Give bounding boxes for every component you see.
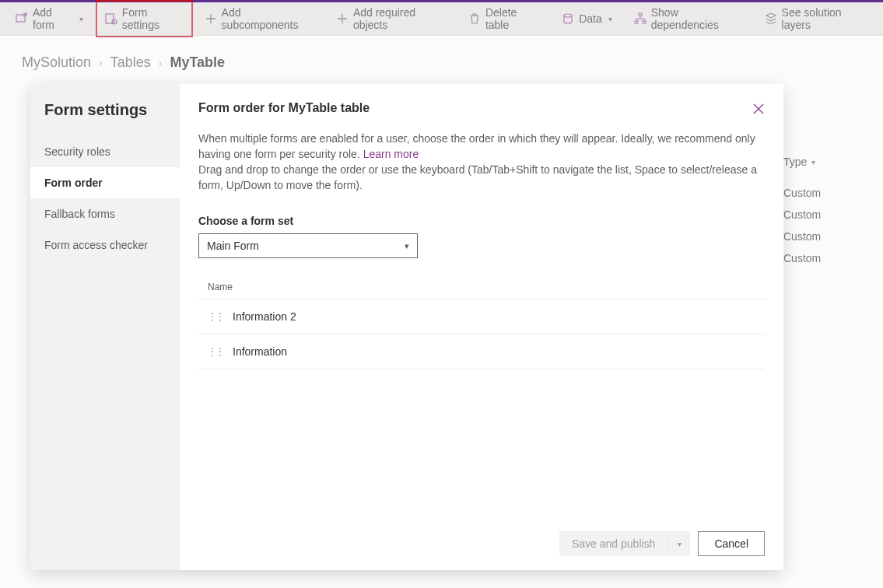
form-order-row[interactable]: ⋮⋮ Information [198,334,765,369]
see-solution-layers-label: See solution layers [782,6,867,31]
form-name: Information 2 [233,310,296,323]
table-row: Custom [783,252,869,264]
breadcrumb-current: MyTable [170,54,225,71]
chevron-down-icon: ▾ [405,241,409,251]
breadcrumb-tables[interactable]: Tables [110,54,151,71]
formset-value: Main Form [207,240,259,252]
table-row: Custom [783,208,869,221]
plus-icon [205,12,217,25]
add-required-button[interactable]: Add required objects [328,0,457,37]
sidebar-item-form-access-checker[interactable]: Form access checker [30,229,180,261]
add-subcomponents-button[interactable]: Add subcomponents [196,0,324,37]
sidebar-item-fallback-forms[interactable]: Fallback forms [30,198,180,229]
dialog-sidebar-title: Form settings [30,101,180,136]
dialog-description: When multiple forms are enabled for a us… [198,131,759,193]
add-form-label: Add form [33,6,73,31]
drag-handle-icon[interactable]: ⋮⋮ [208,346,223,357]
dialog-desc-text1: When multiple forms are enabled for a us… [198,132,755,160]
dialog-sidebar: Form settings Security roles Form order … [30,84,180,570]
form-name: Information [233,345,287,358]
chevron-down-icon: ▾ [608,15,612,23]
dialog-main: Form order for MyTable table When multip… [180,84,783,570]
command-toolbar: Add form ▾ Form settings Add subcomponen… [0,2,883,36]
formset-select[interactable]: Main Form ▾ [198,233,418,258]
sidebar-item-security-roles[interactable]: Security roles [30,136,180,167]
chevron-down-icon: ▾ [811,158,815,166]
chevron-down-icon: ▾ [79,15,83,23]
learn-more-link[interactable]: Learn more [363,148,419,160]
form-settings-dialog: Form settings Security roles Form order … [30,84,783,570]
form-order-row[interactable]: ⋮⋮ Information 2 [198,299,765,334]
formset-label: Choose a form set [198,215,765,227]
svg-rect-7 [643,21,646,23]
close-icon [753,103,764,114]
svg-rect-6 [635,21,638,23]
breadcrumb-root[interactable]: MySolution [22,54,91,71]
table-row: Custom [783,187,869,199]
svg-point-4 [564,14,572,17]
show-dependencies-label: Show dependencies [651,6,743,31]
background-type-column: Type ▾ Custom Custom Custom Custom [783,156,869,264]
form-settings-label: Form settings [122,6,184,31]
add-form-button[interactable]: Add form ▾ [6,0,93,37]
see-solution-layers-button[interactable]: See solution layers [755,0,877,37]
cancel-button[interactable]: Cancel [698,531,765,556]
form-settings-button[interactable]: Form settings [96,0,193,37]
plus-icon [337,12,349,25]
form-list-header: Name [198,275,765,299]
sidebar-item-form-order[interactable]: Form order [30,167,180,198]
chevron-down-icon: ▾ [668,540,690,548]
save-publish-label: Save and publish [559,537,668,550]
save-publish-button: Save and publish ▾ [559,531,690,556]
layers-icon [765,12,777,25]
dialog-desc-text2: Drag and drop to change the order or use… [198,163,757,191]
chevron-right-icon: › [159,57,163,69]
show-dependencies-button[interactable]: Show dependencies [625,0,752,37]
breadcrumb: MySolution › Tables › MyTable [22,54,861,71]
add-form-icon [16,12,28,25]
table-row: Custom [783,230,869,243]
close-button[interactable] [746,96,771,121]
dialog-title: Form order for MyTable table [198,101,765,115]
dependencies-icon [634,12,646,25]
delete-table-button[interactable]: Delete table [460,0,549,37]
drag-handle-icon[interactable]: ⋮⋮ [208,311,223,322]
column-header-label: Type [783,156,807,168]
svg-rect-5 [639,13,642,16]
add-subcomponents-label: Add subcomponents [222,6,315,31]
dialog-footer: Save and publish ▾ Cancel [198,531,765,556]
column-header-type[interactable]: Type ▾ [783,156,869,177]
form-settings-icon [105,12,117,25]
data-icon [562,12,574,25]
chevron-right-icon: › [99,57,103,69]
add-required-label: Add required objects [353,6,447,31]
data-button[interactable]: Data ▾ [552,6,622,31]
data-label: Data [579,12,602,25]
content-area: MySolution › Tables › MyTable [0,36,883,71]
trash-icon [469,12,481,25]
delete-table-label: Delete table [485,6,540,31]
svg-point-3 [114,21,115,23]
